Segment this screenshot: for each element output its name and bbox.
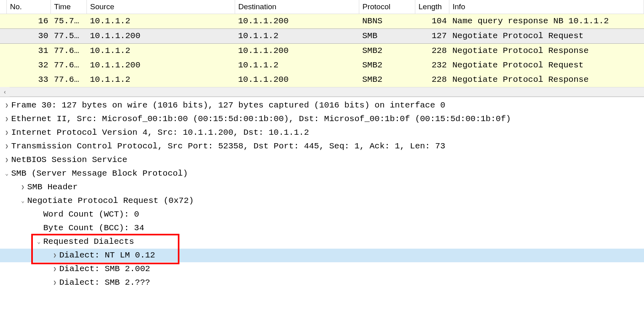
col-header-length[interactable]: Length bbox=[415, 0, 449, 14]
expand-icon[interactable]: ❯ bbox=[2, 126, 11, 140]
tree-label: Dialect: SMB 2.002 bbox=[59, 262, 150, 276]
col-header-protocol[interactable]: Protocol bbox=[359, 0, 415, 14]
packet-row[interactable]: 1675.7…10.1.1.210.1.1.200NBNS104Name que… bbox=[0, 14, 644, 29]
tree-label: NetBIOS Session Service bbox=[11, 153, 127, 167]
cell-info: Negotiate Protocol Request bbox=[449, 29, 644, 44]
edge-marker bbox=[0, 44, 7, 59]
col-header-info[interactable]: Info bbox=[449, 0, 644, 14]
cell-info: Name query response NB 10.1.1.2 bbox=[449, 14, 644, 29]
scroll-left-arrow-icon[interactable]: ‹ bbox=[0, 87, 10, 97]
cell-no: 16 bbox=[7, 14, 51, 29]
cell-time: 77.6… bbox=[51, 58, 87, 73]
expand-icon[interactable]: ❯ bbox=[18, 180, 27, 194]
edge-marker bbox=[0, 14, 7, 29]
packet-list-hscrollbar[interactable]: ‹ bbox=[0, 87, 644, 97]
expand-icon[interactable]: ❯ bbox=[2, 99, 11, 112]
cell-time: 77.6… bbox=[51, 44, 87, 59]
tree-label: SMB (Server Message Block Protocol) bbox=[11, 167, 188, 180]
cell-proto: SMB2 bbox=[359, 73, 415, 87]
cell-proto: SMB2 bbox=[359, 44, 415, 59]
tree-label: Word Count (WCT): 0 bbox=[43, 208, 139, 221]
tree-nbss[interactable]: ❯ NetBIOS Session Service bbox=[0, 153, 644, 167]
collapse-icon[interactable]: ⌄ bbox=[18, 194, 27, 208]
packet-row[interactable]: 3377.6…10.1.1.210.1.1.200SMB2228Negotiat… bbox=[0, 73, 644, 87]
tree-negotiate-request[interactable]: ⌄ Negotiate Protocol Request (0x72) bbox=[0, 194, 644, 208]
cell-proto: SMB2 bbox=[359, 58, 415, 73]
cell-src: 10.1.1.200 bbox=[87, 29, 235, 44]
cell-time: 77.5… bbox=[51, 29, 87, 44]
cell-dst: 10.1.1.2 bbox=[235, 58, 359, 73]
tree-dialect-smb2wild[interactable]: ❯ Dialect: SMB 2.??? bbox=[0, 276, 644, 290]
cell-info: Negotiate Protocol Response bbox=[449, 44, 644, 59]
col-header-no[interactable]: No. bbox=[7, 0, 51, 14]
packet-details-pane[interactable]: ❯ Frame 30: 127 bytes on wire (1016 bits… bbox=[0, 97, 644, 290]
tree-bcc[interactable]: • Byte Count (BCC): 34 bbox=[0, 221, 644, 235]
tree-label: Negotiate Protocol Request (0x72) bbox=[27, 194, 194, 208]
cell-time: 75.7… bbox=[51, 14, 87, 29]
tree-label: Dialect: NT LM 0.12 bbox=[59, 249, 155, 262]
edge-col-header bbox=[0, 0, 7, 14]
cell-len: 228 bbox=[415, 44, 449, 59]
cell-len: 127 bbox=[415, 29, 449, 44]
expand-icon[interactable]: ❯ bbox=[2, 153, 11, 167]
cell-dst: 10.1.1.200 bbox=[235, 14, 359, 29]
tree-tcp[interactable]: ❯ Transmission Control Protocol, Src Por… bbox=[0, 140, 644, 153]
tree-label: Frame 30: 127 bytes on wire (1016 bits),… bbox=[11, 99, 445, 112]
expand-icon[interactable]: ❯ bbox=[2, 140, 11, 153]
cell-info: Negotiate Protocol Response bbox=[449, 73, 644, 87]
tree-label: SMB Header bbox=[27, 180, 78, 194]
cell-no: 32 bbox=[7, 58, 51, 73]
cell-src: 10.1.1.200 bbox=[87, 58, 235, 73]
tree-label: Ethernet II, Src: Microsof_00:1b:00 (00:… bbox=[11, 112, 511, 126]
expand-icon[interactable]: ❯ bbox=[50, 249, 59, 262]
cell-len: 232 bbox=[415, 58, 449, 73]
edge-marker bbox=[0, 29, 7, 44]
edge-marker bbox=[0, 58, 7, 73]
expand-icon[interactable]: ❯ bbox=[50, 262, 59, 276]
cell-src: 10.1.1.2 bbox=[87, 73, 235, 87]
collapse-icon[interactable]: ⌄ bbox=[2, 167, 11, 180]
col-header-time[interactable]: Time bbox=[51, 0, 87, 14]
packet-list-header-row: No. Time Source Destination Protocol Len… bbox=[0, 0, 644, 14]
tree-label: Dialect: SMB 2.??? bbox=[59, 276, 150, 290]
packet-list-table[interactable]: No. Time Source Destination Protocol Len… bbox=[0, 0, 644, 87]
cell-src: 10.1.1.2 bbox=[87, 44, 235, 59]
tree-frame[interactable]: ❯ Frame 30: 127 bytes on wire (1016 bits… bbox=[0, 99, 644, 112]
cell-len: 228 bbox=[415, 73, 449, 87]
cell-dst: 10.1.1.200 bbox=[235, 44, 359, 59]
tree-requested-dialects[interactable]: ⌄ Requested Dialects bbox=[0, 235, 644, 249]
tree-smb-header[interactable]: ❯ SMB Header bbox=[0, 180, 644, 194]
packet-row[interactable]: 3077.5…10.1.1.20010.1.1.2SMB127Negotiate… bbox=[0, 29, 644, 44]
cell-info: Negotiate Protocol Request bbox=[449, 58, 644, 73]
packet-row[interactable]: 3177.6…10.1.1.210.1.1.200SMB2228Negotiat… bbox=[0, 44, 644, 59]
tree-ip[interactable]: ❯ Internet Protocol Version 4, Src: 10.1… bbox=[0, 126, 644, 140]
cell-proto: SMB bbox=[359, 29, 415, 44]
tree-label: Requested Dialects bbox=[43, 235, 134, 249]
tree-label: Byte Count (BCC): 34 bbox=[43, 221, 144, 235]
cell-dst: 10.1.1.200 bbox=[235, 73, 359, 87]
cell-src: 10.1.1.2 bbox=[87, 14, 235, 29]
tree-ethernet[interactable]: ❯ Ethernet II, Src: Microsof_00:1b:00 (0… bbox=[0, 112, 644, 126]
tree-label: Transmission Control Protocol, Src Port:… bbox=[11, 140, 445, 153]
cell-time: 77.6… bbox=[51, 73, 87, 87]
tree-wct[interactable]: • Word Count (WCT): 0 bbox=[0, 208, 644, 221]
cell-no: 33 bbox=[7, 73, 51, 87]
tree-dialect-ntlm[interactable]: ❯ Dialect: NT LM 0.12 bbox=[0, 249, 644, 262]
cell-no: 31 bbox=[7, 44, 51, 59]
col-header-destination[interactable]: Destination bbox=[235, 0, 359, 14]
expand-icon[interactable]: ❯ bbox=[50, 276, 59, 290]
cell-len: 104 bbox=[415, 14, 449, 29]
cell-dst: 10.1.1.2 bbox=[235, 29, 359, 44]
collapse-icon[interactable]: ⌄ bbox=[34, 235, 43, 249]
tree-smb[interactable]: ⌄ SMB (Server Message Block Protocol) bbox=[0, 167, 644, 180]
tree-dialect-smb2002[interactable]: ❯ Dialect: SMB 2.002 bbox=[0, 262, 644, 276]
packet-row[interactable]: 3277.6…10.1.1.20010.1.1.2SMB2232Negotiat… bbox=[0, 58, 644, 73]
cell-proto: NBNS bbox=[359, 14, 415, 29]
cell-no: 30 bbox=[7, 29, 51, 44]
edge-marker bbox=[0, 73, 7, 87]
scroll-track[interactable] bbox=[10, 87, 644, 96]
col-header-source[interactable]: Source bbox=[87, 0, 235, 14]
expand-icon[interactable]: ❯ bbox=[2, 112, 11, 126]
tree-label: Internet Protocol Version 4, Src: 10.1.1… bbox=[11, 126, 309, 140]
